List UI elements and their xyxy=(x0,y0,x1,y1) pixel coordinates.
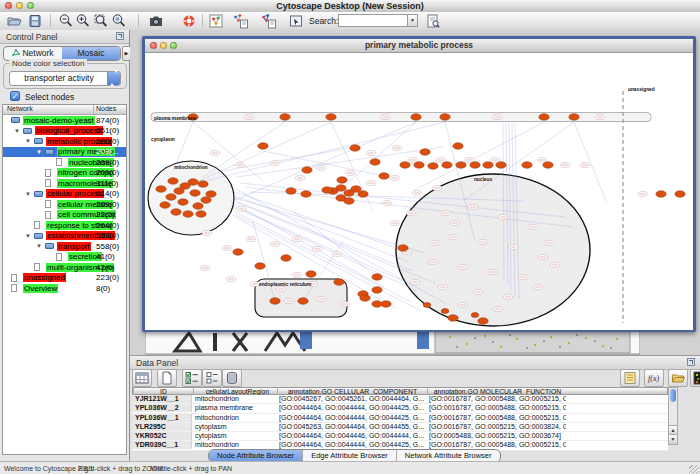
table-column-header[interactable]: annotation.GO CELLULAR_COMPONENT xyxy=(277,388,427,395)
control-panel-title: Control Panel xyxy=(6,32,58,42)
file-icon xyxy=(34,221,40,229)
table-cell: cytoplasm xyxy=(192,432,276,440)
table-column-header[interactable]: ID xyxy=(133,388,193,395)
scrollbar-thumb[interactable] xyxy=(670,389,676,402)
table-cell: [GO:0044464, GO:0044444, GO:0044425, G..… xyxy=(276,404,426,412)
tree-row[interactable]: mosaic-demo-yeast874(0) xyxy=(3,115,126,126)
tree-row[interactable]: ▼cellular process614(0) xyxy=(3,189,126,200)
tree-row[interactable]: unassigned223(0) xyxy=(3,273,126,284)
open-session-icon[interactable] xyxy=(6,13,22,29)
zoom-in-icon[interactable] xyxy=(75,13,91,29)
folder-icon xyxy=(45,149,54,155)
network-canvas[interactable]: plasma membranecytoplasmmitochondrionnuc… xyxy=(145,53,693,330)
gene-node xyxy=(372,301,382,308)
import-attributes-icon[interactable] xyxy=(620,369,640,387)
gene-node xyxy=(183,211,193,218)
tree-row[interactable]: cell communicat22(0) xyxy=(3,210,126,221)
annotation-tool-icon[interactable] xyxy=(288,13,304,29)
tree-row-label: transport xyxy=(57,242,91,251)
gene-node xyxy=(198,181,208,188)
tree-row[interactable]: response to stimul264(0) xyxy=(3,220,126,231)
expander-icon[interactable]: ▼ xyxy=(25,137,31,145)
function-builder-icon[interactable]: f(x) xyxy=(644,369,664,387)
help-lifering-icon[interactable] xyxy=(181,13,197,29)
tree-row[interactable]: nucleobase-209(0) xyxy=(3,157,126,168)
gene-node xyxy=(337,177,347,184)
zoom-out-icon[interactable] xyxy=(58,13,74,29)
tree-row[interactable]: ▼transport558(0) xyxy=(3,241,126,252)
gene-node xyxy=(360,295,370,302)
table-row[interactable]: YPL036W__1mitochondrion[GO:0044464, GO:0… xyxy=(132,414,668,423)
gene-node xyxy=(326,114,336,121)
node-color-selection-group: Node color selection transporter activit… xyxy=(3,63,127,89)
enhanced-search-icon[interactable] xyxy=(425,13,441,29)
table-cell: [GO:0044464, GO:0044444, GO:0044425, G..… xyxy=(276,414,426,422)
table-cell: [GO:0016787, GO:0005488, GO:0005215, G..… xyxy=(426,404,566,412)
table-cell: [GO:0045263, GO:0044464, GO:0044455, G..… xyxy=(276,423,426,431)
gene-node xyxy=(301,191,311,198)
tree-row[interactable]: ▼establishment of lo558(0) xyxy=(3,231,126,242)
create-attribute-icon[interactable] xyxy=(157,369,177,387)
unselect-all-attributes-icon[interactable] xyxy=(202,369,222,387)
gene-node xyxy=(414,162,424,169)
expander-icon[interactable]: ▼ xyxy=(14,127,20,135)
table-row[interactable]: YLR295Ccytoplasm[GO:0045263, GO:0044464,… xyxy=(132,423,668,432)
svg-text:plasma membrane: plasma membrane xyxy=(154,116,196,121)
network-from-selected-nodes-icon[interactable] xyxy=(233,13,249,29)
export-image-icon[interactable] xyxy=(148,13,164,29)
tree-row-count: 874(0) xyxy=(96,116,119,125)
new-network-view-icon[interactable] xyxy=(208,13,224,29)
table-column-header[interactable]: annotation.GO MOLECULAR_FUNCTION xyxy=(427,388,567,395)
table-cell: plasma membrane xyxy=(192,404,276,412)
tree-row[interactable]: ▼primary metabo209(... xyxy=(3,147,126,158)
gene-node xyxy=(470,162,480,169)
tree-row[interactable]: ▼biological_process651(0) xyxy=(3,126,126,137)
gene-node xyxy=(350,145,360,152)
node-color-dropdown[interactable]: transporter activity xyxy=(9,71,121,86)
gene-node xyxy=(281,255,291,262)
tree-row[interactable]: cellular metabo209(0) xyxy=(3,199,126,210)
data-panel-header: Data Panel xyxy=(130,356,700,370)
resize-grip[interactable] xyxy=(689,465,699,474)
gene-node xyxy=(233,249,243,256)
data-panel-title: Data Panel xyxy=(136,358,178,368)
tree-row[interactable]: macromolecule311(0) xyxy=(3,178,126,189)
tree-row[interactable]: multi-organism pro42(0) xyxy=(3,262,126,273)
tree-row[interactable]: secretion41(0) xyxy=(3,252,126,263)
select-nodes-checkbox[interactable]: ✓ xyxy=(10,91,20,101)
save-session-icon[interactable] xyxy=(27,13,43,29)
background-window[interactable] xyxy=(145,329,640,355)
open-attribute-file-icon[interactable] xyxy=(668,369,688,387)
delete-attribute-icon[interactable] xyxy=(222,369,242,387)
network-from-selected-edges-icon[interactable] xyxy=(261,13,277,29)
table-cell: [GO:0016787, GO:0005488, GO:0005215, G..… xyxy=(426,414,566,422)
tree-row[interactable]: nitrogen compo209(0) xyxy=(3,168,126,179)
expander-icon[interactable]: ▼ xyxy=(25,232,31,240)
zoom-fit-content-icon[interactable] xyxy=(111,13,127,29)
table-column-header[interactable]: _cellularLayoutRegion xyxy=(193,388,277,395)
matrix-view-icon[interactable] xyxy=(690,369,700,387)
table-cell: mitochondrion xyxy=(192,395,276,403)
scroll-down-icon[interactable]: ▼ xyxy=(669,434,677,444)
table-row[interactable]: YPL036W__2plasma membrane[GO:0044464, GO… xyxy=(132,404,668,413)
expander-icon[interactable]: ▼ xyxy=(25,190,31,198)
expander-icon[interactable]: ▼ xyxy=(36,148,42,156)
tree-row[interactable]: Overview8(0) xyxy=(3,283,126,294)
float-data-panel-icon[interactable] xyxy=(687,358,695,366)
table-cell: YJR121W__1 xyxy=(132,395,192,403)
gene-node xyxy=(302,167,312,174)
network-frame-titlebar[interactable]: primary metabolic process xyxy=(145,39,693,53)
dropdown-value: transporter activity xyxy=(24,73,93,83)
search-dropdown-arrow[interactable]: ▼ xyxy=(407,14,418,27)
float-panel-icon[interactable] xyxy=(116,32,124,40)
table-row[interactable]: YJR121W__1mitochondrion[GO:0045267, GO:0… xyxy=(132,395,668,404)
table-row[interactable]: YKR052Ccytoplasm[GO:0044464, GO:0044446,… xyxy=(132,432,668,441)
zoom-selected-region-icon[interactable] xyxy=(93,13,109,29)
gene-node xyxy=(298,298,308,305)
table-scrollbar[interactable]: ▲ ▼ xyxy=(668,387,678,445)
select-all-attributes-icon[interactable] xyxy=(182,369,202,387)
search-input[interactable] xyxy=(338,14,412,27)
tree-row[interactable]: ▼metabolic process280(0) xyxy=(3,136,126,147)
expander-icon[interactable]: ▼ xyxy=(36,242,42,250)
select-attributes-icon[interactable] xyxy=(132,369,152,387)
